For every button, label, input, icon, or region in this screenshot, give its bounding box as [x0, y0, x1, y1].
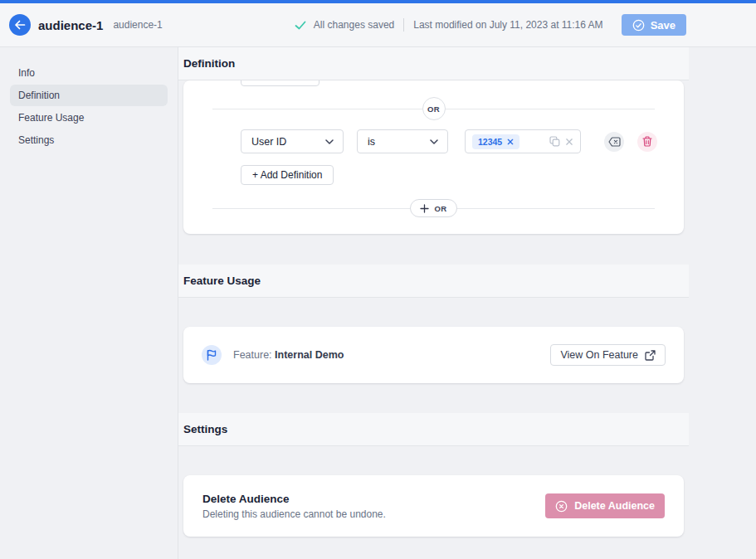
back-arrow-icon	[14, 20, 26, 30]
feature-text: Feature: Internal Demo	[233, 349, 344, 361]
scrolled-cutoff-button[interactable]	[241, 80, 319, 86]
sidebar: Info Definition Feature Usage Settings	[0, 47, 178, 559]
feature-label: Feature:	[233, 349, 272, 361]
delete-audience-title: Delete Audience	[202, 493, 386, 505]
or-divider: OR	[212, 97, 655, 120]
feature-name: Internal Demo	[275, 349, 344, 361]
or-add-label: OR	[434, 204, 446, 213]
operator-select[interactable]: is	[357, 129, 448, 153]
field-select[interactable]: User ID	[241, 129, 344, 153]
sidebar-item-definition[interactable]: Definition	[10, 85, 168, 106]
external-link-icon	[645, 350, 656, 361]
delete-condition-button[interactable]	[637, 132, 657, 152]
feature-usage-section-header: Feature Usage	[178, 265, 689, 298]
section-title: Feature Usage	[183, 275, 261, 287]
last-modified-text: Last modified on July 11, 2023 at 11:16 …	[413, 19, 602, 31]
settings-card: Delete Audience Deleting this audience c…	[183, 475, 684, 537]
sidebar-item-feature-usage[interactable]: Feature Usage	[10, 107, 168, 129]
delete-audience-description: Deleting this audience cannot be undone.	[202, 508, 386, 520]
sidebar-item-label: Feature Usage	[18, 112, 84, 124]
add-definition-button[interactable]: + Add Definition	[241, 165, 334, 185]
feature-usage-card: Feature: Internal Demo View On Feature	[183, 327, 684, 383]
clear-condition-button[interactable]	[604, 132, 624, 152]
back-button[interactable]	[9, 14, 31, 36]
delete-audience-text: Delete Audience Deleting this audience c…	[202, 493, 386, 520]
page-subtitle: audience-1	[113, 19, 162, 31]
settings-section-header: Settings	[178, 413, 689, 446]
tag-remove-icon[interactable]	[507, 139, 514, 145]
page-title: audience-1	[38, 18, 103, 32]
field-select-value: User ID	[251, 136, 286, 148]
delete-audience-button-label: Delete Audience	[574, 500, 655, 512]
view-on-feature-button[interactable]: View On Feature	[550, 344, 666, 366]
chevron-down-icon	[430, 139, 438, 144]
value-tag-text: 12345	[478, 137, 502, 147]
delete-audience-button[interactable]: Delete Audience	[545, 493, 665, 518]
clear-value-icon[interactable]	[565, 138, 573, 146]
view-on-feature-label: View On Feature	[560, 349, 638, 361]
plus-icon	[420, 204, 429, 213]
circle-x-icon	[555, 500, 568, 513]
save-status-text: All changes saved	[314, 19, 394, 31]
main-content: Definition OR User ID is	[178, 47, 689, 559]
sidebar-item-label: Info	[18, 67, 35, 79]
backspace-icon	[608, 137, 621, 147]
check-icon	[295, 21, 306, 30]
condition-row: User ID is 12345	[241, 129, 667, 153]
flag-icon	[206, 349, 217, 361]
value-tag: 12345	[472, 134, 519, 149]
header-divider	[403, 18, 404, 32]
or-label-pill: OR	[422, 97, 446, 120]
sidebar-item-settings[interactable]: Settings	[10, 129, 168, 151]
sidebar-item-info[interactable]: Info	[10, 62, 168, 84]
trash-icon	[642, 136, 652, 147]
circle-check-icon	[632, 19, 645, 32]
save-button[interactable]: Save	[622, 14, 686, 36]
operator-select-value: is	[368, 136, 375, 148]
sidebar-item-label: Definition	[18, 90, 60, 101]
add-or-group-button[interactable]: OR	[410, 199, 456, 217]
copy-icon[interactable]	[549, 136, 560, 147]
add-definition-label: + Add Definition	[252, 169, 322, 181]
or-add-divider: OR	[212, 197, 655, 220]
or-label: OR	[427, 105, 440, 114]
feature-flag-badge	[202, 345, 222, 365]
chevron-down-icon	[325, 139, 334, 144]
section-title: Settings	[183, 423, 227, 435]
sidebar-item-label: Settings	[18, 134, 54, 146]
definition-section-header: Definition	[178, 47, 689, 80]
save-button-label: Save	[651, 19, 676, 32]
definition-card: OR User ID is 12345	[183, 80, 684, 234]
top-header-bar: audience-1 audience-1 All changes saved …	[0, 3, 756, 47]
value-input[interactable]: 12345	[465, 129, 581, 153]
save-status: All changes saved	[295, 19, 394, 31]
section-title: Definition	[183, 57, 235, 70]
